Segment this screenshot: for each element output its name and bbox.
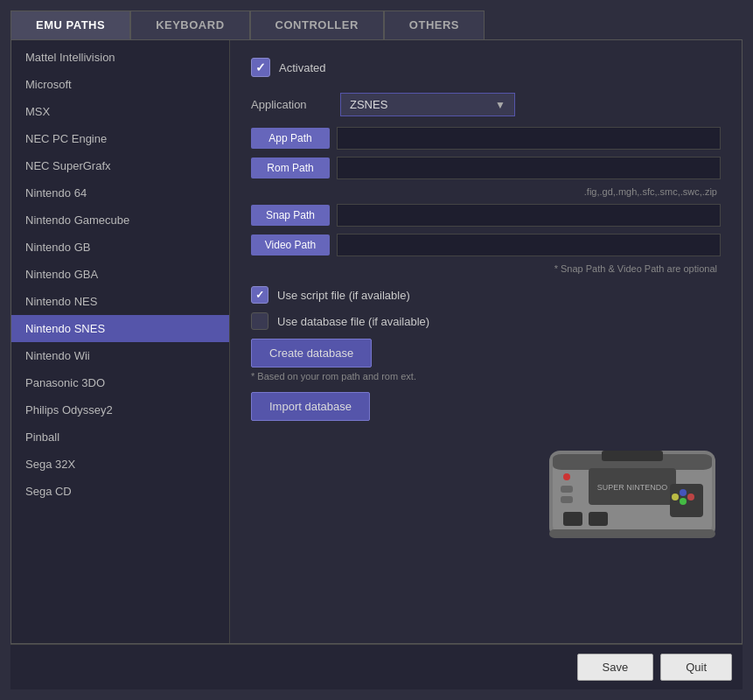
video-path-button[interactable]: Video Path xyxy=(251,234,330,256)
app-path-row: App Path xyxy=(251,127,721,150)
optional-hint: * Snap Path & Video Path are optional xyxy=(251,263,721,274)
dropdown-arrow-icon: ▼ xyxy=(495,99,505,111)
create-database-section: Create database * Based on your rom path… xyxy=(251,339,721,382)
svg-rect-6 xyxy=(561,486,573,493)
svg-point-14 xyxy=(672,494,679,500)
svg-rect-16 xyxy=(602,451,663,461)
tab-controller[interactable]: CONTROLLER xyxy=(250,10,384,39)
sidebar-item-nintendo-64[interactable]: Nintendo 64 xyxy=(11,179,229,206)
content-area: Mattel Intellivision Microsoft MSX NEC P… xyxy=(10,40,743,644)
app-path-button[interactable]: App Path xyxy=(251,128,330,149)
application-dropdown[interactable]: ZSNES SNES9X RetroArch ▼ xyxy=(340,93,515,116)
sidebar-item-nec-supergrafx[interactable]: NEC SuperGrafx xyxy=(11,152,229,179)
rom-path-row: Rom Path xyxy=(251,157,721,179)
sidebar: Mattel Intellivision Microsoft MSX NEC P… xyxy=(11,40,230,643)
activated-checkmark: ✓ xyxy=(255,60,266,74)
use-database-checkbox[interactable] xyxy=(251,312,268,330)
quit-button[interactable]: Quit xyxy=(660,654,732,681)
sidebar-item-nintendo-snes[interactable]: Nintendo SNES xyxy=(11,315,229,342)
snes-svg: SUPER NINTENDO xyxy=(540,424,724,556)
rom-path-button[interactable]: Rom Path xyxy=(251,158,330,178)
sidebar-item-nintendo-wii[interactable]: Nintendo Wii xyxy=(11,342,229,369)
rom-path-input[interactable] xyxy=(337,157,721,179)
application-row: Application ZSNES SNES9X RetroArch ▼ xyxy=(251,93,721,116)
save-button[interactable]: Save xyxy=(577,654,654,681)
svg-rect-9 xyxy=(589,512,608,526)
application-select[interactable]: ZSNES SNES9X RetroArch xyxy=(350,98,488,111)
sidebar-item-nintendo-gb[interactable]: Nintendo GB xyxy=(11,234,229,261)
svg-text:SUPER NINTENDO: SUPER NINTENDO xyxy=(597,483,668,492)
snap-path-button[interactable]: Snap Path xyxy=(251,205,330,226)
console-image: SUPER NINTENDO xyxy=(540,424,724,556)
sidebar-item-nintendo-nes[interactable]: Nintendo NES xyxy=(11,288,229,315)
tab-emu-paths[interactable]: EMU PATHS xyxy=(10,10,130,39)
use-database-label: Use database file (if available) xyxy=(277,315,429,328)
use-script-row: ✓ Use script file (if available) xyxy=(251,286,721,304)
use-script-label: Use script file (if available) xyxy=(277,289,410,302)
svg-rect-10 xyxy=(670,484,703,517)
tab-bar: EMU PATHS KEYBOARD CONTROLLER OTHERS xyxy=(10,10,743,40)
svg-point-5 xyxy=(563,473,570,480)
use-script-checkbox[interactable]: ✓ xyxy=(251,286,268,304)
use-database-row: Use database file (if available) xyxy=(251,312,721,330)
svg-point-13 xyxy=(680,498,687,505)
sidebar-item-pinball[interactable]: Pinball xyxy=(11,424,229,451)
video-path-input[interactable] xyxy=(337,234,721,256)
svg-rect-15 xyxy=(549,529,715,538)
activated-checkbox[interactable]: ✓ xyxy=(251,58,270,77)
tab-keyboard[interactable]: KEYBOARD xyxy=(130,10,249,39)
snap-path-input[interactable] xyxy=(337,204,721,227)
sidebar-item-sega-32x[interactable]: Sega 32X xyxy=(11,451,229,478)
sidebar-item-nec-pc-engine[interactable]: NEC PC Engine xyxy=(11,125,229,152)
activated-label: Activated xyxy=(279,61,325,74)
create-database-hint: * Based on your rom path and rom ext. xyxy=(251,371,721,382)
app-path-input[interactable] xyxy=(337,127,721,150)
application-label: Application xyxy=(251,98,330,111)
create-database-button[interactable]: Create database xyxy=(251,339,372,368)
activated-row: ✓ Activated xyxy=(251,58,721,77)
bottom-bar: Save Quit xyxy=(10,644,743,690)
import-database-button[interactable]: Import database xyxy=(251,392,370,421)
snap-path-row: Snap Path xyxy=(251,204,721,227)
rom-ext-hint: .fig,.gd,.mgh,.sfc,.smc,.swc,.zip xyxy=(251,186,721,197)
main-panel: ✓ Activated Application ZSNES SNES9X Ret… xyxy=(230,40,742,643)
svg-rect-8 xyxy=(563,512,582,526)
use-script-checkmark: ✓ xyxy=(255,289,264,301)
sidebar-item-philips-odyssey2[interactable]: Philips Odyssey2 xyxy=(11,396,229,424)
svg-point-12 xyxy=(687,494,694,500)
sidebar-item-nintendo-gamecube[interactable]: Nintendo Gamecube xyxy=(11,206,229,234)
sidebar-item-mattel[interactable]: Mattel Intellivision xyxy=(11,44,229,71)
svg-rect-7 xyxy=(561,496,573,503)
import-database-section: Import database xyxy=(251,392,721,421)
sidebar-item-msx[interactable]: MSX xyxy=(11,98,229,125)
sidebar-item-microsoft[interactable]: Microsoft xyxy=(11,71,229,98)
tab-others[interactable]: OTHERS xyxy=(384,10,485,39)
svg-point-11 xyxy=(680,489,687,496)
sidebar-item-sega-cd[interactable]: Sega CD xyxy=(11,478,229,505)
sidebar-item-panasonic-3do[interactable]: Panasonic 3DO xyxy=(11,369,229,396)
video-path-row: Video Path xyxy=(251,234,721,256)
sidebar-item-nintendo-gba[interactable]: Nintendo GBA xyxy=(11,261,229,288)
